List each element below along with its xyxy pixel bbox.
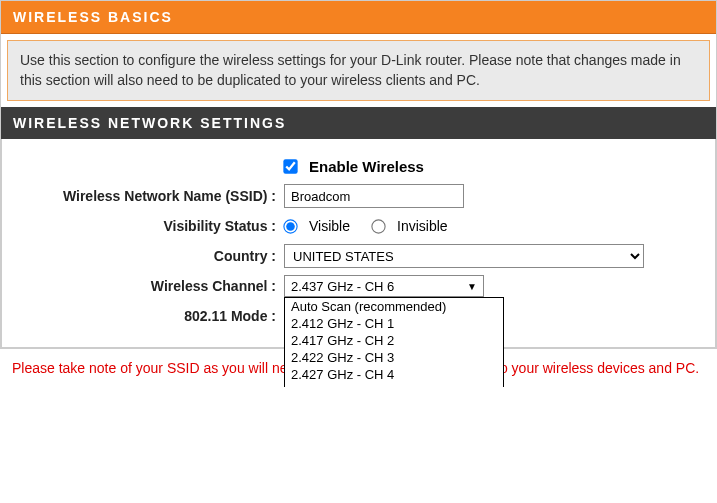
channel-dropdown[interactable]: Auto Scan (recommended)2.412 GHz - CH 12… <box>284 297 504 387</box>
ssid-label: Wireless Network Name (SSID) : <box>14 188 284 204</box>
country-label: Country : <box>14 248 284 264</box>
visibility-label: Visibility Status : <box>14 218 284 234</box>
enable-wireless-label: Enable Wireless <box>309 158 424 175</box>
mode-label: 802.11 Mode : <box>14 308 284 324</box>
visibility-invisible-text: Invisible <box>397 218 448 234</box>
visibility-invisible-radio[interactable] <box>371 219 385 233</box>
visibility-visible-text: Visible <box>309 218 350 234</box>
channel-option[interactable]: 2.422 GHz - CH 3 <box>285 349 503 366</box>
ssid-input[interactable] <box>284 184 464 208</box>
channel-selected-value: 2.437 GHz - CH 6 <box>291 279 394 294</box>
wireless-basics-header: WIRELESS BASICS <box>1 1 716 34</box>
wireless-settings-header: WIRELESS NETWORK SETTINGS <box>1 107 716 139</box>
visibility-visible-radio[interactable] <box>283 219 297 233</box>
wireless-basics-description: Use this section to configure the wirele… <box>7 40 710 101</box>
channel-option[interactable]: 2.432 GHz - CH 5 <box>285 383 503 387</box>
settings-form: Enable Wireless Wireless Network Name (S… <box>1 139 716 348</box>
channel-option[interactable]: Auto Scan (recommended) <box>285 298 503 315</box>
channel-select[interactable]: 2.437 GHz - CH 6 ▼ <box>284 275 484 297</box>
enable-wireless-checkbox[interactable] <box>283 159 297 173</box>
channel-label: Wireless Channel : <box>14 278 284 294</box>
channel-option[interactable]: 2.427 GHz - CH 4 <box>285 366 503 383</box>
channel-option[interactable]: 2.417 GHz - CH 2 <box>285 332 503 349</box>
channel-option[interactable]: 2.412 GHz - CH 1 <box>285 315 503 332</box>
chevron-down-icon: ▼ <box>467 281 477 292</box>
country-select[interactable]: UNITED STATES <box>284 244 644 268</box>
